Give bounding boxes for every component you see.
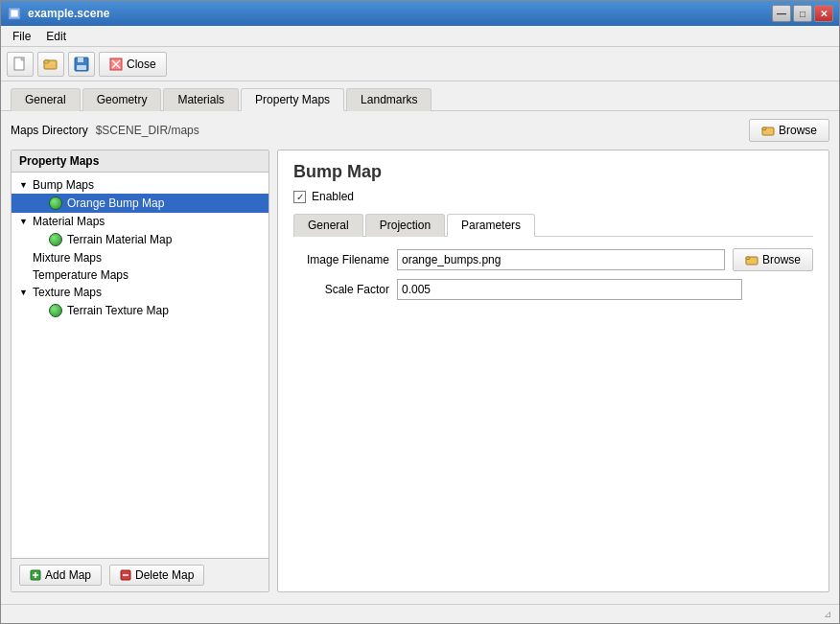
maps-dir-label: Maps Directory [11,124,88,137]
image-browse-label: Browse [762,253,801,266]
tab-property-maps[interactable]: Property Maps [241,88,344,111]
panel-layout: Property Maps ▼ Bump Maps Orange Bump Ma… [11,150,829,592]
window-icon [7,6,22,21]
maps-dir-browse-label: Browse [779,124,817,137]
tree-item-material-maps-group[interactable]: ▼ Material Maps [12,213,268,230]
temperature-maps-label: Temperature Maps [33,268,128,282]
tree-item-mixture-maps[interactable]: Mixture Maps [12,249,268,266]
scale-factor-row: Scale Factor [293,279,813,300]
image-filename-row: Image Filename Browse [293,248,813,271]
maximize-button[interactable]: □ [793,5,812,22]
window-title: example.scene [28,7,772,20]
bump-maps-label: Bump Maps [33,178,94,192]
image-filename-input[interactable] [397,249,725,270]
terrain-texture-icon [48,303,63,318]
add-map-button[interactable]: Add Map [19,565,102,586]
window-close-button[interactable]: ✕ [814,5,833,22]
tree-item-temperature-maps[interactable]: Temperature Maps [12,266,268,284]
menu-edit[interactable]: Edit [38,28,74,45]
svg-rect-14 [762,127,766,130]
inner-tabs-bar: General Projection Parameters [293,213,813,237]
tree-container: ▼ Bump Maps Orange Bump Map ▼ Material M… [12,173,268,558]
left-panel-footer: Add Map Delete Map [12,558,268,591]
svg-rect-9 [77,65,86,70]
inner-tab-projection[interactable]: Projection [365,214,445,237]
right-panel: Bump Map Enabled General Projection Para… [277,150,829,592]
svg-rect-21 [746,257,750,260]
svg-rect-8 [78,58,83,62]
scale-factor-label: Scale Factor [293,283,389,296]
tree-item-terrain-material-map[interactable]: Terrain Material Map [12,230,268,249]
material-maps-arrow: ▼ [19,217,31,226]
bump-maps-arrow: ▼ [19,180,31,190]
terrain-material-label: Terrain Material Map [67,233,172,246]
titlebar: example.scene — □ ✕ [1,1,839,26]
close-button[interactable]: Close [99,52,167,77]
main-window: example.scene — □ ✕ File Edit [0,0,840,624]
enabled-label: Enabled [312,190,354,203]
save-button[interactable] [68,52,95,77]
mixture-maps-label: Mixture Maps [33,251,102,265]
tree-item-terrain-texture-map[interactable]: Terrain Texture Map [12,301,268,320]
add-map-label: Add Map [45,568,91,582]
new-button[interactable] [7,52,34,77]
tab-materials[interactable]: Materials [163,88,239,111]
image-filename-browse-button[interactable]: Browse [733,248,813,271]
open-button[interactable] [37,52,64,77]
tab-landmarks[interactable]: Landmarks [346,88,432,111]
tree-item-texture-maps-group[interactable]: ▼ Texture Maps [12,284,268,301]
main-tabs-bar: General Geometry Materials Property Maps… [1,81,839,111]
section-title: Bump Map [293,162,813,182]
delete-map-label: Delete Map [135,568,194,582]
enabled-row: Enabled [293,190,813,203]
left-panel: Property Maps ▼ Bump Maps Orange Bump Ma… [11,150,269,592]
inner-tab-general[interactable]: General [293,214,363,237]
menubar: File Edit [1,26,839,47]
svg-rect-5 [44,60,49,63]
tree-item-orange-bump-map[interactable]: Orange Bump Map [12,194,268,213]
orange-bump-map-label: Orange Bump Map [67,196,164,210]
maps-dir-browse-button[interactable]: Browse [749,119,829,142]
texture-maps-label: Texture Maps [33,286,102,299]
titlebar-buttons: — □ ✕ [772,5,833,22]
terrain-texture-label: Terrain Texture Map [67,304,169,317]
toolbar: Close [1,47,839,81]
scale-factor-input[interactable] [397,279,742,300]
minimize-button[interactable]: — [772,5,791,22]
close-label: Close [127,58,156,71]
status-bar: ⊿ [1,604,839,623]
svg-rect-1 [11,10,18,17]
menu-file[interactable]: File [5,28,38,45]
inner-tab-parameters[interactable]: Parameters [447,214,535,237]
orange-bump-map-icon [48,196,63,211]
terrain-material-icon [48,232,63,247]
tab-geometry[interactable]: Geometry [82,88,162,111]
material-maps-label: Material Maps [33,215,105,228]
texture-maps-arrow: ▼ [19,288,31,297]
left-panel-header: Property Maps [12,150,268,173]
enabled-checkbox[interactable] [293,191,306,203]
image-filename-label: Image Filename [293,253,389,266]
tab-general[interactable]: General [11,88,81,111]
maps-dir-value: $SCENE_DIR/maps [96,124,741,137]
delete-map-button[interactable]: Delete Map [109,565,204,586]
tree-item-bump-maps-group[interactable]: ▼ Bump Maps [12,176,268,194]
maps-dir-row: Maps Directory $SCENE_DIR/maps Browse [11,119,829,142]
main-content: Maps Directory $SCENE_DIR/maps Browse Pr… [1,111,839,604]
resize-grip: ⊿ [824,609,831,619]
